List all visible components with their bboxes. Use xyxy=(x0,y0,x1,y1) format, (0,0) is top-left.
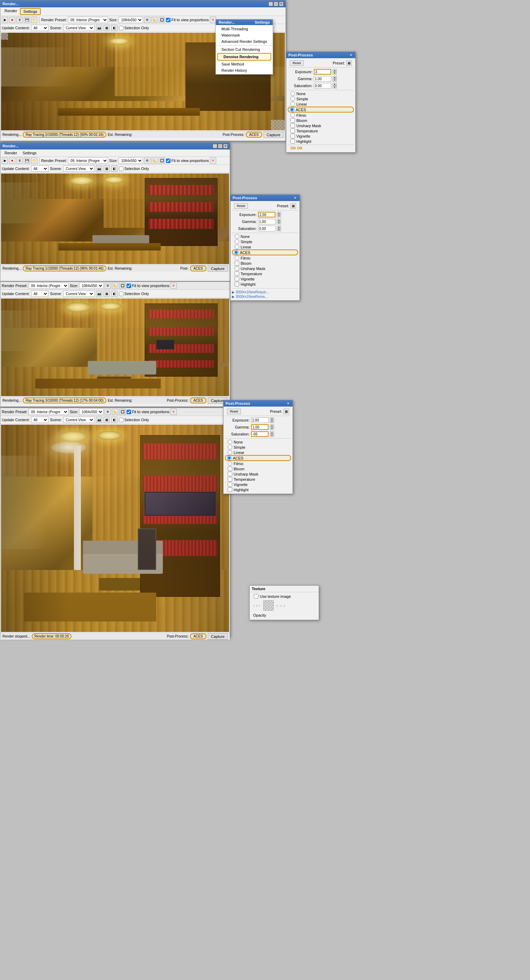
render-preset-select-1[interactable]: 09. Interior (Progre xyxy=(68,17,108,23)
render-preset-select-3[interactable]: 09. Interior (Progre xyxy=(29,283,69,289)
x-btn-3[interactable]: ✕ xyxy=(171,283,177,289)
aces-btn-3[interactable]: ACES xyxy=(190,398,206,403)
bloom-cb-1[interactable] xyxy=(291,118,295,123)
maximize-btn-2[interactable]: □ xyxy=(218,144,222,148)
exposure-up-1[interactable]: ▲ xyxy=(333,69,337,72)
cam-btn-4[interactable]: 📷 xyxy=(96,417,102,423)
aces-radio-1[interactable] xyxy=(290,107,294,112)
scene-select-1[interactable]: Current View xyxy=(63,25,94,31)
view-btn-4[interactable]: 🔲 xyxy=(119,409,126,415)
region-btn-1[interactable]: ▦ xyxy=(104,25,110,31)
layer-btn-4[interactable]: ◧ xyxy=(111,417,118,423)
none-radio-1[interactable] xyxy=(291,91,295,96)
gamma-up-1[interactable]: ▲ xyxy=(333,76,337,79)
aspect-btn-3[interactable]: 📐 xyxy=(112,283,118,289)
layer-btn-1[interactable]: ◧ xyxy=(111,25,118,31)
gamma-down-2[interactable]: ▼ xyxy=(277,221,281,224)
aces-btn-1[interactable]: ACES xyxy=(246,132,262,138)
aces-btn-4[interactable]: ACES xyxy=(190,633,206,639)
update-select-1[interactable]: All xyxy=(31,25,48,31)
sat-up-2[interactable]: ▲ xyxy=(277,226,281,229)
scene-select-2[interactable]: Current View xyxy=(63,165,94,172)
view-btn-3[interactable]: 🔲 xyxy=(119,283,126,289)
saturation-input-1[interactable] xyxy=(314,83,331,89)
minimize-btn-2[interactable]: _ xyxy=(213,144,217,148)
simple-radio-1[interactable] xyxy=(291,97,295,101)
gamma-up-2[interactable]: ▲ xyxy=(277,219,281,221)
pp-close-2[interactable]: ✕ xyxy=(293,196,297,200)
update-select-2[interactable]: All xyxy=(31,165,48,172)
exp-up-2[interactable]: ▲ xyxy=(277,212,281,215)
none-radio-2[interactable] xyxy=(235,234,239,239)
close-btn-1[interactable]: ✕ xyxy=(279,2,284,6)
pp-close-1[interactable]: ✕ xyxy=(349,53,353,57)
cam-btn-1[interactable]: 📷 xyxy=(96,25,102,31)
view-btn-2[interactable]: 🔲 xyxy=(159,158,165,164)
maximize-btn-1[interactable]: □ xyxy=(274,2,278,6)
capture-btn-4[interactable]: Capture xyxy=(208,633,228,640)
save-btn-2[interactable]: 💾 xyxy=(24,158,30,164)
filmic-radio-2[interactable] xyxy=(235,256,239,260)
close-btn-2[interactable]: ✕ xyxy=(223,144,228,148)
aspect-btn-4[interactable]: 📐 xyxy=(112,409,118,415)
x-btn-2[interactable]: ✕ xyxy=(210,158,216,164)
pp-preset-btn-3[interactable]: ▦ xyxy=(284,409,289,414)
exp-up-3[interactable]: ▲ xyxy=(270,417,274,420)
advanced-render-item[interactable]: Advanced Render Settings xyxy=(216,38,273,45)
x-btn-4[interactable]: ✕ xyxy=(171,409,177,415)
exposure-input-3[interactable] xyxy=(251,417,268,423)
quality-btn-3[interactable]: ⚙ xyxy=(105,283,111,289)
exposure-down-1[interactable]: ▼ xyxy=(333,72,337,75)
gamma-up-3[interactable]: ▲ xyxy=(270,424,274,427)
size-select-4[interactable]: 1084x550 xyxy=(79,409,104,415)
saturation-input-2[interactable] xyxy=(258,226,275,231)
pause-btn-1[interactable]: ⏸ xyxy=(16,17,23,23)
exp-down-2[interactable]: ▼ xyxy=(277,215,281,217)
fit-checkbox-3[interactable] xyxy=(126,283,131,288)
link-2[interactable]: ▶ 3000rn1NewRema... xyxy=(232,294,298,299)
gamma-input-1[interactable] xyxy=(314,76,331,81)
filmic-radio-3[interactable] xyxy=(228,461,232,466)
stop-btn-2[interactable]: ■ xyxy=(9,158,15,164)
layer-btn-2[interactable]: ◧ xyxy=(111,165,118,172)
menu-settings-2[interactable]: Settings xyxy=(20,150,39,156)
linear-radio-1[interactable] xyxy=(291,102,295,106)
region-btn-4[interactable]: ▦ xyxy=(104,417,110,423)
selection-checkbox-3[interactable] xyxy=(119,291,123,296)
stop-btn-1[interactable]: ■ xyxy=(9,17,15,23)
pp-reset-btn-3[interactable]: Reset xyxy=(227,409,241,414)
aspect-btn-1[interactable]: 📐 xyxy=(151,17,158,23)
folder-btn-2[interactable]: 📁 xyxy=(31,158,37,164)
unsharp-cb-2[interactable] xyxy=(235,266,239,271)
fit-checkbox-4[interactable] xyxy=(126,410,131,414)
exp-down-3[interactable]: ▼ xyxy=(270,420,274,423)
sat-down-3[interactable]: ▼ xyxy=(270,434,274,437)
size-select-1[interactable]: 1084x550 xyxy=(118,17,143,23)
pp-reset-btn-2[interactable]: Reset xyxy=(234,203,248,209)
capture-btn-2[interactable]: Capture xyxy=(208,266,228,272)
linear-radio-2[interactable] xyxy=(235,245,239,249)
pp-close-3[interactable]: ✕ xyxy=(286,401,291,406)
region-btn-3[interactable]: ▦ xyxy=(104,291,110,297)
fit-checkbox-2[interactable] xyxy=(166,159,171,163)
selection-checkbox-4[interactable] xyxy=(119,418,123,422)
filmic-radio-1[interactable] xyxy=(291,113,295,118)
cam-btn-2[interactable]: 📷 xyxy=(96,165,102,172)
sat-up-3[interactable]: ▲ xyxy=(270,431,274,434)
selection-checkbox-1[interactable] xyxy=(119,26,123,30)
quality-btn-4[interactable]: ⚙ xyxy=(105,409,111,415)
aces-btn-2[interactable]: ACES xyxy=(190,266,206,271)
layer-btn-3[interactable]: ◧ xyxy=(111,291,118,297)
cam-btn-3[interactable]: 📷 xyxy=(96,291,102,297)
size-select-2[interactable]: 1084x550 xyxy=(118,158,143,164)
quality-btn-1[interactable]: ⚙ xyxy=(144,17,150,23)
temp-cb-3[interactable] xyxy=(228,477,232,482)
gamma-input-2[interactable] xyxy=(258,219,275,224)
pause-btn-2[interactable]: ⏸ xyxy=(16,158,23,164)
vignette-cb-2[interactable] xyxy=(235,277,239,281)
saturation-down-1[interactable]: ▼ xyxy=(333,86,337,89)
unsharp-cb-3[interactable] xyxy=(228,472,232,476)
sat-down-2[interactable]: ▼ xyxy=(277,229,281,231)
selection-checkbox-2[interactable] xyxy=(119,167,123,171)
highlight-cb-1[interactable] xyxy=(291,139,295,143)
